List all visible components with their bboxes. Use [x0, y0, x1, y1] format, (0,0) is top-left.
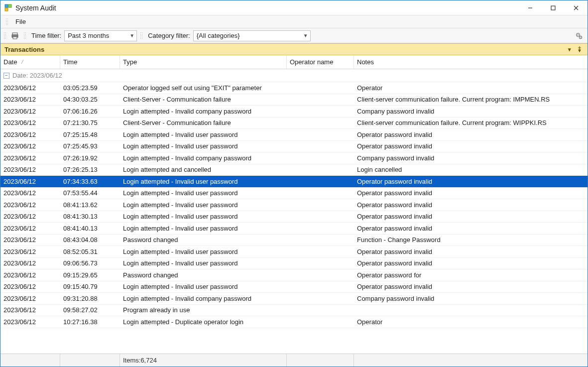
time-filter-combo[interactable]: Past 3 months ▼ [64, 30, 137, 41]
cell-type: Client-Server - Communication failure [120, 96, 287, 103]
cell-time: 08:52:05.31 [60, 248, 120, 255]
category-filter-combo[interactable]: {All categories} ▼ [193, 30, 311, 41]
cell-type: Login attempted - Invalid company passwo… [120, 295, 287, 302]
print-button[interactable] [9, 30, 20, 41]
chevron-down-icon: ▼ [301, 33, 308, 38]
cell-date: 2023/06/12 [0, 306, 60, 314]
table-row[interactable]: 2023/06/1207:21:30.75Client-Server - Com… [0, 118, 588, 129]
cell-date: 2023/06/12 [0, 271, 60, 279]
cell-notes: Operator password for [354, 271, 588, 279]
app-window: System Audit File Time filt [0, 0, 588, 367]
cell-type: Login attempted - Invalid user password [120, 248, 287, 255]
svg-point-11 [578, 34, 579, 35]
sort-ascending-icon: ⁄ [22, 59, 23, 65]
cell-time: 04:30:03.25 [60, 96, 120, 103]
cell-notes: Operator [354, 318, 588, 326]
cell-date: 2023/06/12 [0, 119, 60, 126]
table-row[interactable]: 2023/06/1207:34:33.63Login attempted - I… [0, 176, 588, 188]
cell-time: 07:26:25.13 [60, 166, 120, 173]
table-row[interactable]: 2023/06/1208:43:04.08Password changedFun… [0, 235, 588, 246]
group-row[interactable]: − Date: 2023/06/12 [0, 69, 588, 82]
chevron-down-icon: ▼ [127, 33, 134, 38]
table-row[interactable]: 2023/06/1209:58:27.02Program already in … [0, 305, 588, 317]
cell-date: 2023/06/12 [0, 108, 60, 115]
cell-type: Login attempted - Invalid company passwo… [120, 154, 287, 162]
table-row[interactable]: 2023/06/1207:25:45.93Login attempted - I… [0, 141, 588, 153]
minimize-button[interactable] [519, 0, 542, 15]
settings-button[interactable] [574, 30, 585, 41]
table-row[interactable]: 2023/06/1207:06:16.26Login attempted - I… [0, 106, 588, 118]
cell-time: 03:05:23.59 [60, 84, 120, 92]
group-label: Date: 2023/06/12 [12, 72, 62, 79]
cell-type: Login attempted and cancelled [120, 166, 287, 173]
cell-date: 2023/06/12 [0, 225, 60, 232]
table-row[interactable]: 2023/06/1209:31:20.88Login attempted - I… [0, 293, 588, 305]
table-row[interactable]: 2023/06/1203:05:23.59Operator logged sel… [0, 82, 588, 94]
svg-rect-0 [5, 4, 8, 7]
cell-date: 2023/06/12 [0, 259, 60, 267]
panel-dropdown-button[interactable]: ▾ [566, 45, 574, 53]
table-row[interactable]: 2023/06/1208:52:05.31Login attempted - I… [0, 246, 588, 258]
cell-date: 2023/06/12 [0, 131, 60, 138]
cell-type: Login attempted - Invalid user password [120, 225, 287, 232]
cell-type: Login attempted - Invalid user password [120, 189, 287, 197]
cell-type: Login attempted - Invalid user password [120, 259, 287, 267]
panel-header: Transactions ▾ [0, 43, 588, 55]
column-header-date[interactable]: Date ⁄ [0, 55, 60, 69]
grid-header: Date ⁄ Time Type Operator name Notes [0, 55, 588, 69]
cell-notes: Function - Change Password [354, 236, 588, 244]
cell-time: 07:25:45.93 [60, 142, 120, 150]
table-row[interactable]: 2023/06/1209:15:40.79Login attempted - I… [0, 281, 588, 293]
table-row[interactable]: 2023/06/1207:53:55.44Login attempted - I… [0, 188, 588, 200]
table-row[interactable]: 2023/06/1207:25:15.48Login attempted - I… [0, 129, 588, 141]
cell-date: 2023/06/12 [0, 213, 60, 220]
cell-type: Program already in use [120, 306, 287, 314]
cell-type: Login attempted - Duplicate operator log… [120, 318, 287, 326]
cell-notes: Operator password invalid [354, 178, 588, 185]
toolbar-gripper-icon-3 [140, 32, 143, 40]
cell-type: Login attempted - Invalid company passwo… [120, 108, 287, 115]
table-row[interactable]: 2023/06/1208:41:40.13Login attempted - I… [0, 223, 588, 235]
grid-body[interactable]: − Date: 2023/06/12 2023/06/1203:05:23.59… [0, 69, 588, 354]
grid-footer: Items:6,724 [0, 354, 588, 367]
grid: Date ⁄ Time Type Operator name Notes − D… [0, 55, 588, 367]
cell-type: Login attempted - Invalid user password [120, 178, 287, 185]
column-header-type[interactable]: Type [120, 55, 287, 69]
cell-time: 09:58:27.02 [60, 306, 120, 314]
menu-file[interactable]: File [11, 16, 30, 27]
table-row[interactable]: 2023/06/1208:41:13.62Login attempted - I… [0, 199, 588, 211]
toolbar-gripper-icon [3, 32, 6, 40]
column-header-notes[interactable]: Notes [354, 55, 588, 69]
table-row[interactable]: 2023/06/1209:15:29.65Password changedOpe… [0, 269, 588, 281]
cell-type: Client-Server - Communication failure [120, 119, 287, 126]
cell-date: 2023/06/12 [0, 166, 60, 173]
column-header-time[interactable]: Time [60, 55, 120, 69]
category-filter-value: {All categories} [197, 32, 301, 39]
table-row[interactable]: 2023/06/1204:30:03.25Client-Server - Com… [0, 94, 588, 106]
maximize-button[interactable] [542, 0, 565, 15]
cell-date: 2023/06/12 [0, 283, 60, 290]
close-button[interactable] [565, 0, 588, 15]
cell-type: Login attempted - Invalid user password [120, 201, 287, 209]
cell-type: Login attempted - Invalid user password [120, 142, 287, 150]
table-row[interactable]: 2023/06/1208:41:30.13Login attempted - I… [0, 211, 588, 223]
collapse-icon[interactable]: − [3, 73, 9, 79]
cell-time: 07:26:19.92 [60, 154, 120, 162]
cell-notes: Company password invalid [354, 108, 588, 115]
cell-date: 2023/06/12 [0, 295, 60, 302]
cell-time: 07:25:15.48 [60, 131, 120, 138]
cell-notes: Operator password invalid [354, 142, 588, 150]
cell-type: Password changed [120, 236, 287, 244]
panel-pin-button[interactable] [576, 45, 584, 53]
table-row[interactable]: 2023/06/1207:26:25.13Login attempted and… [0, 164, 588, 176]
column-header-operator[interactable]: Operator name [287, 55, 354, 69]
cell-notes: Login cancelled [354, 166, 588, 173]
cell-notes: Client-server communication failure. Cur… [354, 96, 588, 103]
table-row[interactable]: 2023/06/1207:26:19.92Login attempted - I… [0, 152, 588, 164]
cell-time: 10:27:16.38 [60, 318, 120, 326]
cell-time: 09:15:40.79 [60, 283, 120, 290]
table-row[interactable]: 2023/06/1210:27:16.38Login attempted - D… [0, 316, 588, 328]
cell-date: 2023/06/12 [0, 318, 60, 326]
cell-time: 09:31:20.88 [60, 295, 120, 302]
table-row[interactable]: 2023/06/1209:06:56.73Login attempted - I… [0, 258, 588, 270]
